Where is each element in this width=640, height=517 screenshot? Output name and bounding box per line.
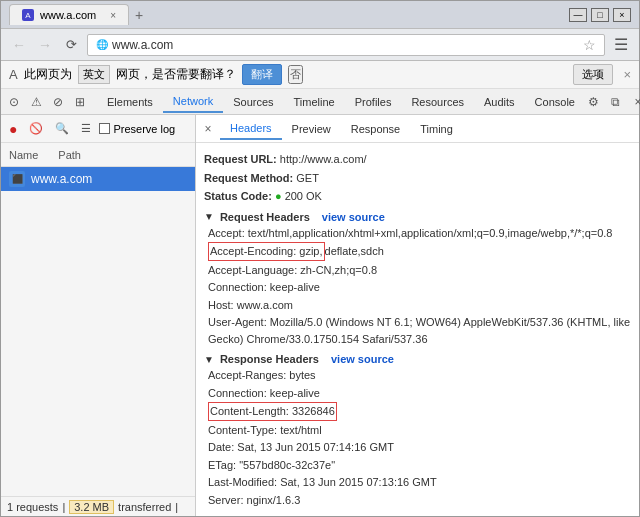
resp-content-length: Content-Length: 3326846: [204, 402, 631, 421]
file-item[interactable]: ⬛ www.a.com: [1, 167, 195, 191]
resp-headers-toggle[interactable]: ▼: [204, 354, 214, 365]
resp-etag: ETag: "557bd80c-32c37e": [204, 457, 631, 474]
request-method-value: GET: [296, 172, 319, 184]
translate-bar: A 此网页为 英文 网页，是否需要翻译？ 翻译 否 选项 ×: [1, 61, 639, 89]
address-input[interactable]: 🌐 www.a.com ☆: [87, 34, 605, 56]
column-name: Name: [9, 149, 38, 161]
window-controls: — □ ×: [569, 8, 631, 22]
req-headers-toggle[interactable]: ▼: [204, 211, 214, 222]
preserve-log-container: Preserve log: [99, 123, 175, 135]
requests-count: 1 requests: [7, 501, 58, 513]
close-detail-button[interactable]: ×: [200, 121, 216, 137]
reload-button[interactable]: ⟳: [61, 35, 81, 55]
translate-icon: A: [9, 67, 18, 82]
devtools-tab-bar: ⊙ ⚠ ⊘ ⊞ Elements Network Sources Timelin…: [1, 89, 639, 115]
dismiss-translate-button[interactable]: 否: [288, 65, 303, 84]
devtools-body: ● 🚫 🔍 ☰ Preserve log Name Path ⬛ www.a.c…: [1, 115, 639, 516]
filter-button[interactable]: ☰: [77, 120, 95, 137]
content-length-highlight: Content-Length: 3326846: [208, 402, 337, 421]
header-accept-language: Accept-Language: zh-CN,zh;q=0.8: [204, 262, 631, 279]
tab-sources[interactable]: Sources: [223, 92, 283, 112]
search-button[interactable]: 🔍: [51, 120, 73, 137]
back-button[interactable]: ←: [9, 35, 29, 55]
address-text: www.a.com: [112, 38, 583, 52]
tab-audits[interactable]: Audits: [474, 92, 525, 112]
header-connection: Connection: keep-alive: [204, 279, 631, 296]
left-panel-toolbar: ● 🚫 🔍 ☰ Preserve log: [1, 115, 195, 143]
footer-divider: |: [175, 501, 178, 513]
close-tab-button[interactable]: ×: [110, 10, 116, 21]
column-path: Path: [58, 149, 81, 161]
resp-view-source-link[interactable]: view source: [331, 353, 394, 365]
file-icon: ⬛: [9, 171, 25, 187]
file-name: www.a.com: [31, 172, 92, 186]
status-green-dot: ●: [275, 190, 282, 202]
preserve-log-label: Preserve log: [113, 123, 175, 135]
record-button[interactable]: ●: [5, 119, 21, 139]
transfer-size-badge: 3.2 MB: [69, 500, 114, 514]
translate-prefix: 此网页为: [24, 66, 72, 83]
tab-resources[interactable]: Resources: [401, 92, 474, 112]
bookmark-button[interactable]: ☆: [583, 37, 596, 53]
status-code-row: Status Code: ● 200 OK: [204, 188, 631, 205]
title-bar: A www.a.com × + — □ ×: [1, 1, 639, 29]
devtools-console-button[interactable]: ⚠: [27, 93, 45, 111]
header-accept-encoding: Accept-Encoding: gzip,deflate,sdch: [204, 242, 631, 261]
devtools-close-icon[interactable]: ×: [629, 93, 640, 111]
clear-button[interactable]: 🚫: [25, 120, 47, 137]
header-user-agent: User-Agent: Mozilla/5.0 (Windows NT 6.1;…: [204, 314, 631, 347]
devtools-layout-button[interactable]: ⊞: [71, 93, 89, 111]
resp-headers-section: ▼ Response Headers view source: [204, 353, 631, 365]
close-translate-button[interactable]: ×: [623, 67, 631, 82]
tab-network[interactable]: Network: [163, 91, 223, 113]
tab-elements[interactable]: Elements: [97, 92, 163, 112]
tab-console[interactable]: Console: [525, 92, 585, 112]
options-button[interactable]: 选项: [573, 64, 613, 85]
resp-content-type: Content-Type: text/html: [204, 422, 631, 439]
request-url-row: Request URL: http://www.a.com/: [204, 151, 631, 168]
right-panel: × Headers Preview Response Timing Reques…: [196, 115, 639, 516]
transferred-label: transferred: [118, 501, 171, 513]
devtools-settings-icon[interactable]: ⚙: [585, 93, 603, 111]
header-host: Host: www.a.com: [204, 297, 631, 314]
devtools-dock-icon[interactable]: ⧉: [607, 93, 625, 111]
new-tab-button[interactable]: +: [129, 5, 149, 25]
resp-connection: Connection: keep-alive: [204, 385, 631, 402]
left-panel-header: Name Path: [1, 143, 195, 167]
right-panel-tabs: × Headers Preview Response Timing: [196, 115, 639, 143]
request-method-label: Request Method:: [204, 172, 293, 184]
left-panel-footer: 1 requests | 3.2 MB transferred |: [1, 496, 195, 516]
req-headers-label: Request Headers: [220, 211, 310, 223]
rp-tab-response[interactable]: Response: [341, 119, 411, 139]
rp-tab-preview[interactable]: Preview: [282, 119, 341, 139]
language-select[interactable]: 英文: [78, 65, 110, 84]
tab-profiles[interactable]: Profiles: [345, 92, 402, 112]
menu-button[interactable]: ☰: [611, 35, 631, 55]
translate-button[interactable]: 翻译: [242, 64, 282, 85]
resp-headers-label: Response Headers: [220, 353, 319, 365]
address-bar: ← → ⟳ 🌐 www.a.com ☆ ☰: [1, 29, 639, 61]
rp-tab-headers[interactable]: Headers: [220, 118, 282, 140]
minimize-button[interactable]: —: [569, 8, 587, 22]
rp-tab-timing[interactable]: Timing: [410, 119, 463, 139]
browser-frame: A www.a.com × + — □ × ← → ⟳ 🌐 www.a.com …: [0, 0, 640, 517]
maximize-button[interactable]: □: [591, 8, 609, 22]
devtools-inspect-button[interactable]: ⊙: [5, 93, 23, 111]
tab-title: www.a.com: [40, 9, 96, 21]
preserve-log-checkbox[interactable]: [99, 123, 110, 134]
request-method-row: Request Method: GET: [204, 170, 631, 187]
tab-timeline[interactable]: Timeline: [284, 92, 345, 112]
translate-middle-text: 网页，是否需要翻译？: [116, 66, 236, 83]
file-list: ⬛ www.a.com: [1, 167, 195, 496]
devtools-filter-button[interactable]: ⊘: [49, 93, 67, 111]
close-button[interactable]: ×: [613, 8, 631, 22]
transfer-divider: |: [62, 501, 65, 513]
resp-server: Server: nginx/1.6.3: [204, 492, 631, 509]
forward-button[interactable]: →: [35, 35, 55, 55]
tab-area: A www.a.com × +: [9, 4, 569, 25]
request-url-label: Request URL:: [204, 153, 277, 165]
accept-encoding-highlight: Accept-Encoding: gzip,: [208, 242, 325, 261]
resp-last-modified: Last-Modified: Sat, 13 Jun 2015 07:13:16…: [204, 474, 631, 491]
browser-tab[interactable]: A www.a.com ×: [9, 4, 129, 25]
req-view-source-link[interactable]: view source: [322, 211, 385, 223]
